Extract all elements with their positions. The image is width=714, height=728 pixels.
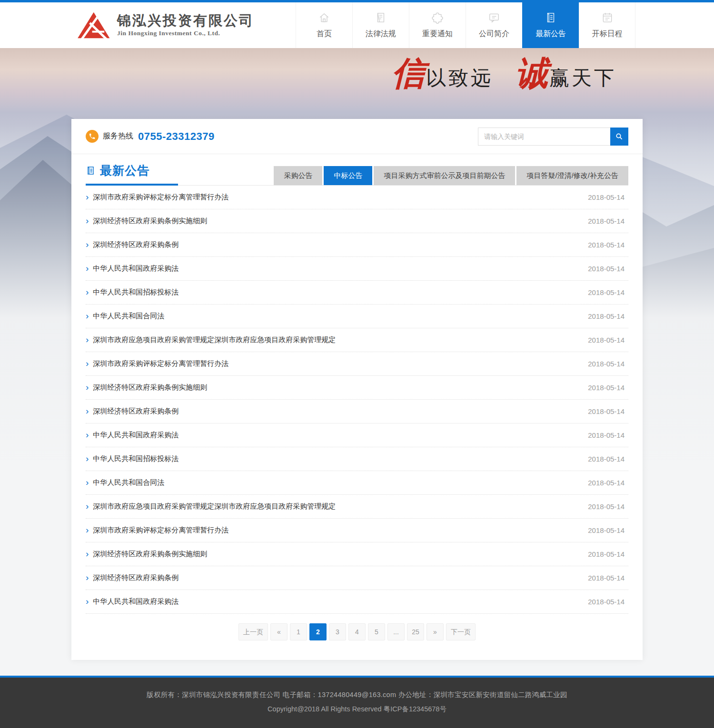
announcement-date: 2018-05-14 [588,574,628,582]
content-card: 服务热线 0755-23312379 最新公告 采购公告 中标公告 项目采购方式… [71,119,643,660]
chevron-right-icon: › [86,216,89,225]
category-tabs: 采购公告 中标公告 项目采购方式审前公示及项目前期公告 项目答疑/澄清/修改/补… [274,166,628,185]
nav-item-notices[interactable]: 重要通知 [409,2,466,48]
announcement-title[interactable]: 中华人民共和国合同法 [93,312,164,321]
pagination-button[interactable]: 1 [290,623,307,640]
footer-icp-info: Copyright@2018 All Rights Reserved 粤ICP备… [0,705,714,714]
nav-item-home[interactable]: 首页 [296,2,352,48]
announcement-title[interactable]: 深圳经济特区政府采购条例 [93,240,178,249]
page-title: 最新公告 [86,163,178,186]
chevron-right-icon: › [86,502,89,511]
announcement-row[interactable]: › 深圳经济特区政府采购条例实施细则 2018-05-14 [86,376,628,400]
pagination-button[interactable]: 下一页 [446,623,476,640]
announcement-date: 2018-05-14 [588,336,628,344]
announcement-title[interactable]: 深圳经济特区政府采购条例 [93,573,178,582]
announcement-title[interactable]: 中华人民共和国政府采购法 [93,264,178,273]
announcement-title[interactable]: 深圳经济特区政府采购条例 [93,407,178,416]
chevron-right-icon: › [86,406,89,415]
chevron-right-icon: › [86,549,89,558]
hotline-number: 0755-23312379 [138,130,215,143]
announcement-row[interactable]: › 中华人民共和国招标投标法 2018-05-14 [86,281,628,305]
chevron-right-icon: › [86,359,89,368]
pagination-button[interactable]: 上一页 [238,623,268,640]
top-accent-bar [0,0,714,2]
announcement-row[interactable]: › 中华人民共和国招标投标法 2018-05-14 [86,447,628,471]
schedule-icon [601,11,614,24]
announcement-title[interactable]: 中华人民共和国政府采购法 [93,597,178,606]
announcement-row[interactable]: › 中华人民共和国政府采购法 2018-05-14 [86,590,628,614]
tab-winning-bid-announcements[interactable]: 中标公告 [324,166,372,185]
announcement-date: 2018-05-14 [588,431,628,439]
announcement-title[interactable]: 中华人民共和国招标投标法 [93,454,178,463]
announcement-title[interactable]: 深圳市政府采购评标定标分离管理暂行办法 [93,526,228,535]
page-title-text: 最新公告 [100,163,149,178]
tab-purchase-announcements[interactable]: 采购公告 [274,166,322,185]
nav-item-bid-schedule[interactable]: 开标日程 [579,2,635,48]
phone-icon [86,130,99,143]
chevron-right-icon: › [86,454,89,463]
nav-item-announcements[interactable]: 最新公告 [522,2,579,48]
nav-item-company-profile[interactable]: 公司简介 [466,2,522,48]
announcement-title[interactable]: 深圳经济特区政府采购条例实施细则 [93,550,207,559]
tab-pre-review-announcements[interactable]: 项目采购方式审前公示及项目前期公告 [374,166,515,185]
announcement-title[interactable]: 中华人民共和国政府采购法 [93,431,178,440]
announcement-row[interactable]: › 深圳经济特区政府采购条例实施细则 2018-05-14 [86,542,628,566]
announcement-row[interactable]: › 深圳市政府采购评标定标分离管理暂行办法 2018-05-14 [86,352,628,376]
chevron-right-icon: › [86,192,89,201]
announcement-row[interactable]: › 深圳市政府采购评标定标分离管理暂行办法 2018-05-14 [86,519,628,542]
pagination-button[interactable]: 4 [348,623,366,640]
announcement-row[interactable]: › 中华人民共和国政府采购法 2018-05-14 [86,423,628,447]
announcement-title[interactable]: 深圳市政府采购评标定标分离管理暂行办法 [93,359,228,368]
announcement-row[interactable]: › 深圳市政府应急项目政府采购管理规定深圳市政府应急项目政府采购管理规定 201… [86,495,628,519]
pagination-button[interactable]: ... [387,623,405,640]
announcement-date: 2018-05-14 [588,455,628,463]
pagination-button[interactable]: » [426,623,444,640]
banner-slogan: 信 以致远 诚 赢天下 [392,57,616,91]
tab-clarification-announcements[interactable]: 项目答疑/澄清/修改/补充公告 [516,166,628,185]
announcement-date: 2018-05-14 [588,526,628,534]
announcement-title[interactable]: 深圳市政府应急项目政府采购管理规定深圳市政府应急项目政府采购管理规定 [93,335,336,344]
chevron-right-icon: › [86,335,89,344]
search-button[interactable] [610,128,628,146]
announcement-row[interactable]: › 中华人民共和国合同法 2018-05-14 [86,471,628,495]
chevron-right-icon: › [86,430,89,439]
section-head: 最新公告 采购公告 中标公告 项目采购方式审前公示及项目前期公告 项目答疑/澄清… [86,163,628,186]
announcement-row[interactable]: › 深圳经济特区政府采购条例实施细则 2018-05-14 [86,209,628,233]
announcement-date: 2018-05-14 [588,217,628,225]
announcement-date: 2018-05-14 [588,384,628,392]
announcement-list: › 深圳市政府采购评标定标分离管理暂行办法 2018-05-14 › 深圳经济特… [71,186,643,614]
pagination-button[interactable]: 3 [329,623,346,640]
footer-copyright-info: 版权所有：深圳市锦泓兴投资有限责任公司 电子邮箱：13724480449@163… [0,678,714,699]
announcement-title[interactable]: 中华人民共和国招标投标法 [93,288,178,297]
chevron-right-icon: › [86,573,89,582]
pagination-button[interactable]: 2 [309,623,327,640]
announcement-title[interactable]: 深圳经济特区政府采购条例实施细则 [93,383,207,392]
announcement-title[interactable]: 深圳市政府采购评标定标分离管理暂行办法 [93,193,228,202]
chevron-right-icon: › [86,383,89,392]
announcement-title[interactable]: 深圳市政府应急项目政府采购管理规定深圳市政府应急项目政府采购管理规定 [93,502,336,511]
slogan-accent-char: 诚 [515,57,548,90]
company-logo[interactable]: 锦泓兴投资有限公司 Jin Hongxing Investment Co., L… [76,9,254,42]
pagination-button[interactable]: « [270,623,288,640]
pagination-button[interactable]: 25 [407,623,424,640]
announcement-row[interactable]: › 深圳市政府采购评标定标分离管理暂行办法 2018-05-14 [86,186,628,209]
search-input[interactable] [478,128,610,146]
announcement-date: 2018-05-14 [588,241,628,249]
announcement-row[interactable]: › 深圳经济特区政府采购条例 2018-05-14 [86,566,628,590]
announcement-title[interactable]: 中华人民共和国合同法 [93,478,164,487]
chevron-right-icon: › [86,287,89,296]
pagination-button[interactable]: 5 [368,623,385,640]
slogan-rest-text: 赢天下 [549,65,616,91]
announcement-title[interactable]: 深圳经济特区政府采购条例实施细则 [93,216,207,226]
nav-label: 公司简介 [479,29,509,39]
announcement-date: 2018-05-14 [588,502,628,511]
announcement-icon [545,11,557,24]
announcement-row[interactable]: › 深圳经济特区政府采购条例 2018-05-14 [86,233,628,257]
announcement-row[interactable]: › 深圳市政府应急项目政府采购管理规定深圳市政府应急项目政府采购管理规定 201… [86,328,628,352]
announcement-row[interactable]: › 深圳经济特区政府采购条例 2018-05-14 [86,400,628,423]
announcement-row[interactable]: › 中华人民共和国政府采购法 2018-05-14 [86,257,628,281]
announcement-row[interactable]: › 中华人民共和国合同法 2018-05-14 [86,305,628,328]
search-box [478,128,628,146]
nav-item-laws[interactable]: 法律法规 [352,2,409,48]
chevron-right-icon: › [86,478,89,487]
